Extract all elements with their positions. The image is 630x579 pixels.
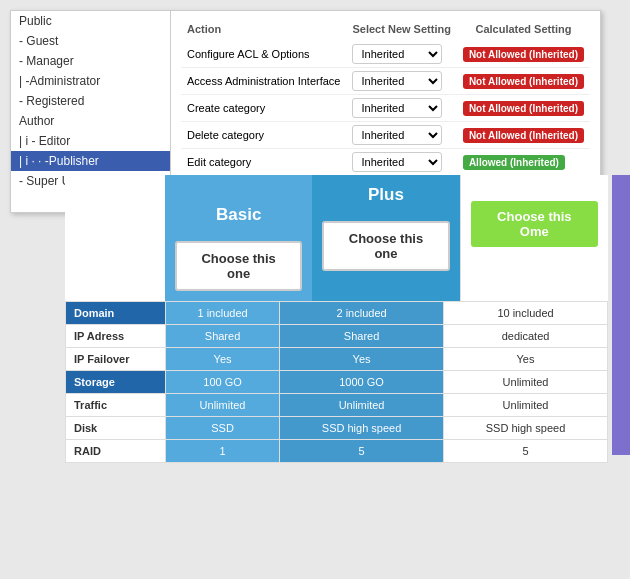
ip-address-plus: Shared [280,325,444,348]
acl-calculated-badge: Not Allowed (Inherited) [463,101,584,116]
raid-pro: 5 [444,440,608,463]
acl-setting-dropdown[interactable]: InheritedAllowedDenied [352,44,442,64]
domain-label: Domain [66,302,166,325]
pro-plan-header: Choose this Ome [460,175,608,301]
acl-setting-cell[interactable]: InheritedAllowedDenied [346,68,456,95]
acl-calculated-badge: Not Allowed (Inherited) [463,47,584,62]
traffic-pro: Unlimited [444,394,608,417]
acl-action-cell: Access Administration Interface [181,68,346,95]
sidebar-item-author[interactable]: Author [11,111,170,131]
acl-setting-cell[interactable]: InheritedAllowedDenied [346,95,456,122]
sidebar-item-editor[interactable]: | i - Editor [11,131,170,151]
pricing-outer: Basic Choose this one Plus Choose this o… [65,175,608,551]
raid-row: RAID 1 5 5 [66,440,608,463]
acl-setting-cell[interactable]: InheritedAllowedDenied [346,41,456,68]
disk-basic: SSD [166,417,280,440]
label-col-header [65,175,165,301]
acl-action-cell: Edit category [181,149,346,176]
acl-action-cell: Configure ACL & Options [181,41,346,68]
disk-label: Disk [66,417,166,440]
plus-plan-name: Plus [322,185,449,211]
acl-calculated-cell: Not Allowed (Inherited) [457,68,590,95]
basic-plan-name: Basic [175,205,302,231]
acl-setting-cell[interactable]: InheritedAllowedDenied [346,122,456,149]
domain-pro-value: 10 included [444,302,608,325]
traffic-basic: Unlimited [166,394,280,417]
pro-plan-name [471,185,598,191]
ip-address-basic: Shared [166,325,280,348]
ip-address-pro: dedicated [444,325,608,348]
traffic-row: Traffic Unlimited Unlimited Unlimited [66,394,608,417]
acl-row: Access Administration InterfaceInherited… [181,68,590,95]
storage-section-row: Storage 100 GO 1000 GO Unlimited [66,371,608,394]
acl-row: Delete categoryInheritedAllowedDeniedNot… [181,122,590,149]
ip-address-row: IP Adress Shared Shared dedicated [66,325,608,348]
col-select: Select New Setting [346,21,456,41]
acl-setting-dropdown[interactable]: InheritedAllowedDenied [352,98,442,118]
col-action: Action [181,21,346,41]
acl-setting-dropdown[interactable]: InheritedAllowedDenied [352,125,442,145]
acl-calculated-badge: Not Allowed (Inherited) [463,128,584,143]
col-calculated: Calculated Setting [457,21,590,41]
ip-failover-basic: Yes [166,348,280,371]
disk-pro: SSD high speed [444,417,608,440]
acl-row: Edit categoryInheritedAllowedDeniedAllow… [181,149,590,176]
domain-plus-value: 2 included [280,302,444,325]
acl-row: Create categoryInheritedAllowedDeniedNot… [181,95,590,122]
basic-plan-header: Basic Choose this one [165,175,312,301]
acl-setting-cell[interactable]: InheritedAllowedDenied [346,149,456,176]
acl-calculated-cell: Not Allowed (Inherited) [457,41,590,68]
storage-plus-value: 1000 GO [280,371,444,394]
disk-row: Disk SSD SSD high speed SSD high speed [66,417,608,440]
ip-failover-pro: Yes [444,348,608,371]
storage-pro-value: Unlimited [444,371,608,394]
plus-choose-button[interactable]: Choose this one [322,221,449,271]
ip-address-label: IP Adress [66,325,166,348]
ip-failover-label: IP Failover [66,348,166,371]
acl-calculated-cell: Allowed (Inherited) [457,149,590,176]
disk-plus: SSD high speed [280,417,444,440]
pro-choose-button[interactable]: Choose this Ome [471,201,598,247]
sidebar-item-registered[interactable]: - Registered [11,91,170,111]
basic-choose-button[interactable]: Choose this one [175,241,302,291]
purple-sidebar-accent [612,175,630,455]
acl-calculated-badge: Not Allowed (Inherited) [463,74,584,89]
sidebar-item-guest[interactable]: - Guest [11,31,170,51]
sidebar-item-publisher[interactable]: | i · · -Publisher [11,151,170,171]
ip-failover-row: IP Failover Yes Yes Yes [66,348,608,371]
acl-calculated-cell: Not Allowed (Inherited) [457,122,590,149]
storage-basic-value: 100 GO [166,371,280,394]
acl-row: Configure ACL & OptionsInheritedAllowedD… [181,41,590,68]
acl-setting-dropdown[interactable]: InheritedAllowedDenied [352,152,442,172]
domain-basic-value: 1 included [166,302,280,325]
acl-calculated-cell: Not Allowed (Inherited) [457,95,590,122]
storage-label: Storage [66,371,166,394]
acl-action-cell: Delete category [181,122,346,149]
sidebar-item-manager[interactable]: - Manager [11,51,170,71]
acl-calculated-badge: Allowed (Inherited) [463,155,565,170]
raid-label: RAID [66,440,166,463]
traffic-label: Traffic [66,394,166,417]
plus-plan-header: Plus Choose this one [312,175,459,301]
traffic-plus: Unlimited [280,394,444,417]
sidebar-item-public[interactable]: Public [11,11,170,31]
raid-basic: 1 [166,440,280,463]
sidebar-item-administrator[interactable]: | -Administrator [11,71,170,91]
acl-action-cell: Create category [181,95,346,122]
raid-plus: 5 [280,440,444,463]
ip-failover-plus: Yes [280,348,444,371]
plans-header-row: Basic Choose this one Plus Choose this o… [65,175,608,301]
domain-section-row: Domain 1 included 2 included 10 included [66,302,608,325]
pricing-table: Domain 1 included 2 included 10 included… [65,301,608,463]
acl-setting-dropdown[interactable]: InheritedAllowedDenied [352,71,442,91]
